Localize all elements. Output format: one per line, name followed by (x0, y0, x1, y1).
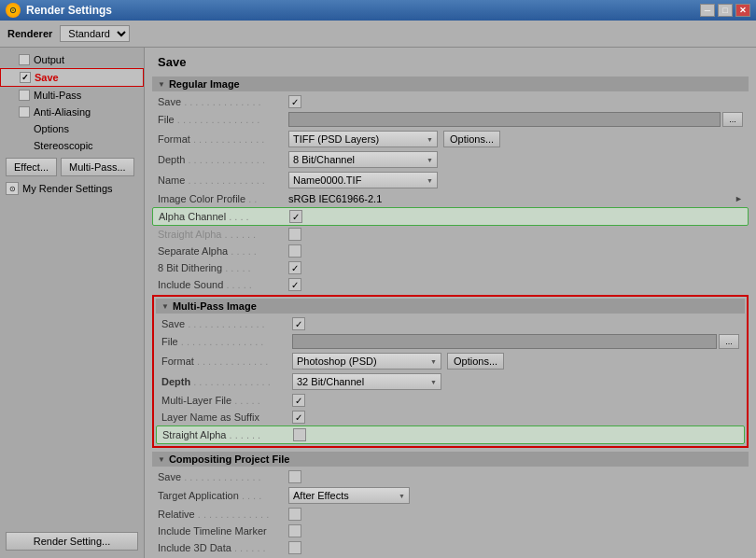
regular-name-label: Name . . . . . . . . . . . . . . (158, 174, 288, 186)
save-checkbox[interactable] (20, 72, 31, 83)
main-panel: Save Regular Image Save . . . . . . . . … (145, 48, 756, 558)
include-timeline-row: Include Timeline Marker (152, 523, 749, 539)
sidebar-item-output[interactable]: Output (0, 51, 144, 68)
multi-pass-format-label: Format . . . . . . . . . . . . . (161, 356, 292, 367)
regular-options-button[interactable]: Options... (443, 131, 500, 147)
output-checkbox[interactable] (19, 54, 30, 65)
relative-checkbox[interactable] (288, 508, 301, 521)
target-app-row: Target Application . . . . After Effects (152, 485, 749, 506)
regular-depth-row: Depth . . . . . . . . . . . . . . 8 Bit/… (152, 149, 749, 170)
color-profile-arrow: ► (735, 194, 743, 203)
minimize-button[interactable]: ─ (700, 4, 715, 17)
render-icon: ⊙ (6, 182, 19, 195)
image-color-profile-row: Image Color Profile . . sRGB IEC61966-2.… (152, 190, 749, 207)
renderer-label: Renderer (7, 28, 52, 39)
regular-file-input[interactable] (288, 112, 721, 127)
target-app-label: Target Application . . . . (158, 490, 288, 501)
multipass-checkbox[interactable] (19, 90, 30, 101)
relative-label: Relative . . . . . . . . . . . . . (158, 509, 288, 520)
sidebar-item-antialiasing[interactable]: Anti-Aliasing (0, 104, 144, 120)
my-render-row: ⊙ My Render Settings (0, 180, 144, 197)
sidebar-item-save[interactable]: Save (0, 68, 144, 87)
multi-pass-depth-row: Depth . . . . . . . . . . . . . . 32 Bit… (156, 371, 745, 392)
alpha-channel-checkbox[interactable] (289, 210, 302, 223)
layer-name-label: Layer Name as Suffix (161, 412, 292, 423)
regular-depth-label: Depth . . . . . . . . . . . . . . (158, 154, 288, 165)
multi-layer-checkbox[interactable] (292, 394, 305, 407)
regular-browse-button[interactable]: ... (722, 112, 743, 127)
multi-pass-save-label: Save . . . . . . . . . . . . . . (161, 318, 292, 329)
multi-pass-save-checkbox[interactable] (292, 317, 305, 330)
image-color-profile-label: Image Color Profile . . (158, 193, 288, 204)
multipass-button[interactable]: Multi-Pass... (61, 158, 134, 176)
antialiasing-checkbox[interactable] (19, 106, 30, 118)
sidebar-item-multipass[interactable]: Multi-Pass (0, 87, 144, 104)
sidebar-label-multipass: Multi-Pass (34, 90, 81, 101)
renderer-bar: Renderer Standard (0, 21, 756, 48)
multi-pass-straight-alpha-row: Straight Alpha . . . . . . (156, 425, 745, 444)
multi-pass-options-button[interactable]: Options... (447, 353, 504, 370)
layer-name-row: Layer Name as Suffix (156, 409, 745, 425)
multi-pass-file-label: File . . . . . . . . . . . . . . . (161, 336, 292, 347)
app-icon: ⊙ (6, 3, 21, 18)
target-app-dropdown[interactable]: After Effects (288, 487, 410, 504)
straight-alpha-checkbox-regular[interactable] (288, 228, 301, 241)
regular-name-row: Name . . . . . . . . . . . . . . Name000… (152, 170, 749, 190)
multi-pass-straight-alpha-checkbox[interactable] (293, 428, 306, 441)
sidebar-label-options: Options (34, 123, 69, 134)
close-button[interactable]: ✕ (735, 4, 750, 17)
effects-row: Effect... Multi-Pass... (0, 154, 144, 180)
regular-save-checkbox[interactable] (288, 95, 301, 108)
multi-pass-section: Multi-Pass Image Save . . . . . . . . . … (152, 295, 749, 448)
separate-alpha-label: Separate Alpha . . . . . (158, 245, 288, 257)
multi-layer-row: Multi-Layer File . . . . . (156, 392, 745, 409)
multi-pass-header: Multi-Pass Image (156, 299, 745, 314)
straight-alpha-row-regular: Straight Alpha . . . . . . (152, 226, 749, 243)
renderer-select[interactable]: Standard (60, 25, 130, 42)
sidebar-label-stereoscopic: Stereoscopic (34, 140, 93, 151)
my-render-label: My Render Settings (22, 183, 113, 194)
include-3d-row: Include 3D Data . . . . . . (152, 539, 749, 556)
include-sound-checkbox[interactable] (288, 278, 301, 291)
sidebar-item-options[interactable]: Options (0, 120, 144, 137)
compositing-save-row: Save . . . . . . . . . . . . . . (152, 468, 749, 485)
multi-pass-file-row: File . . . . . . . . . . . . . . . ... (156, 332, 745, 351)
compositing-save-label: Save . . . . . . . . . . . . . . (158, 471, 288, 482)
title-bar: ⊙ Render Settings ─ □ ✕ (0, 0, 756, 21)
multi-pass-browse-button[interactable]: ... (719, 334, 739, 349)
alpha-channel-label: Alpha Channel . . . . (159, 211, 289, 222)
regular-image-header: Regular Image (152, 77, 749, 91)
sidebar-item-stereoscopic[interactable]: Stereoscopic (0, 137, 144, 154)
dithering-checkbox[interactable] (288, 261, 301, 274)
include-timeline-label: Include Timeline Marker (158, 525, 288, 537)
multi-pass-depth-dropdown[interactable]: 32 Bit/Channel (292, 373, 441, 390)
include-3d-checkbox[interactable] (288, 541, 301, 554)
maximize-button[interactable]: □ (718, 4, 733, 17)
sidebar-label-output: Output (34, 54, 64, 65)
regular-depth-dropdown[interactable]: 8 Bit/Channel (288, 151, 438, 168)
regular-format-dropdown[interactable]: TIFF (PSD Layers) (288, 131, 438, 147)
multi-pass-straight-alpha-label: Straight Alpha . . . . . . (162, 429, 293, 440)
regular-file-row: File . . . . . . . . . . . . . . . ... (152, 110, 749, 129)
regular-name-dropdown[interactable]: Name0000.TIF (288, 172, 438, 188)
alpha-channel-row: Alpha Channel . . . . (152, 207, 749, 226)
layer-name-checkbox[interactable] (292, 411, 305, 424)
render-setting-button[interactable]: Render Setting... (6, 532, 138, 551)
multi-pass-file-input[interactable] (292, 334, 717, 349)
compositing-header: Compositing Project File (152, 452, 749, 467)
separate-alpha-row: Separate Alpha . . . . . (152, 243, 749, 259)
relative-row: Relative . . . . . . . . . . . . . (152, 506, 749, 523)
regular-save-row: Save . . . . . . . . . . . . . . (152, 93, 749, 110)
dithering-label: 8 Bit Dithering . . . . . (158, 262, 288, 273)
separate-alpha-checkbox[interactable] (288, 244, 301, 258)
include-sound-label: Include Sound . . . . . (158, 279, 288, 290)
include-timeline-checkbox[interactable] (288, 524, 301, 537)
compositing-save-checkbox[interactable] (288, 470, 301, 483)
multi-pass-format-dropdown[interactable]: Photoshop (PSD) (292, 353, 441, 370)
sidebar-label-antialiasing: Anti-Aliasing (34, 106, 91, 118)
include-sound-row: Include Sound . . . . . (152, 276, 749, 293)
sidebar-label-save: Save (35, 72, 59, 83)
multi-pass-save-row: Save . . . . . . . . . . . . . . (156, 315, 745, 332)
multi-pass-format-row: Format . . . . . . . . . . . . . Photosh… (156, 351, 745, 371)
effects-button[interactable]: Effect... (6, 158, 57, 176)
